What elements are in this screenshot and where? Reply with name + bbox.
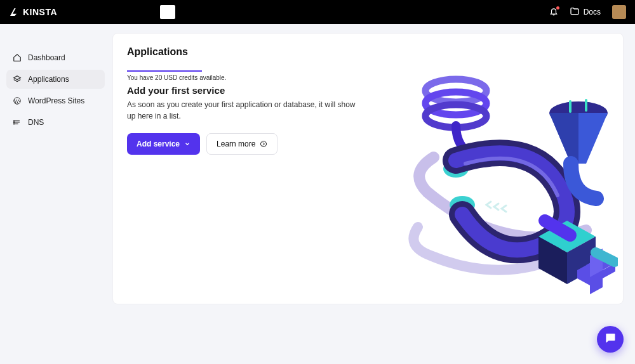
sidebar: Dashboard Applications WordPress Sites	[0, 24, 111, 364]
empty-state-illustration	[396, 68, 618, 297]
sidebar-item-applications[interactable]: Applications	[6, 70, 105, 89]
svg-point-3	[13, 124, 14, 124]
layers-icon	[13, 75, 22, 84]
docs-link[interactable]: Docs	[570, 6, 601, 18]
empty-state-description: As soon as you create your first applica…	[127, 99, 356, 122]
topbar-right: Docs	[549, 5, 626, 19]
chevron-down-icon	[184, 141, 190, 147]
topbar: KINSTA Docs	[0, 0, 635, 24]
sidebar-item-dns[interactable]: DNS	[6, 113, 105, 132]
chat-launcher[interactable]	[597, 326, 624, 353]
wordpress-icon	[13, 96, 22, 105]
folder-icon	[570, 6, 580, 18]
applications-card: Applications You have 20 USD credits ava…	[112, 33, 624, 304]
sidebar-item-label: Dashboard	[28, 53, 65, 62]
avatar[interactable]	[612, 5, 626, 19]
dns-icon	[13, 118, 22, 127]
main: Applications You have 20 USD credits ava…	[111, 24, 635, 364]
sidebar-item-dashboard[interactable]: Dashboard	[6, 48, 105, 67]
sidebar-item-label: WordPress Sites	[28, 96, 84, 105]
learn-more-label: Learn more	[217, 140, 255, 148]
learn-more-button[interactable]: Learn more	[206, 133, 277, 155]
add-service-button[interactable]: Add service	[127, 133, 200, 155]
home-icon	[13, 53, 22, 62]
page-title: Applications	[127, 46, 609, 58]
svg-point-4	[261, 141, 267, 147]
brand[interactable]: KINSTA	[9, 7, 57, 17]
accent-bar	[127, 70, 202, 72]
add-service-label: Add service	[137, 140, 180, 148]
topbar-selector[interactable]	[160, 5, 175, 19]
notification-dot	[556, 6, 559, 10]
sidebar-item-label: DNS	[28, 118, 44, 127]
notifications-button[interactable]	[549, 7, 558, 18]
svg-point-2	[13, 122, 14, 122]
external-link-icon	[260, 140, 267, 148]
docs-label: Docs	[584, 8, 601, 16]
sidebar-item-label: Applications	[28, 75, 69, 84]
brand-logo-icon	[9, 7, 19, 17]
sidebar-item-wordpress-sites[interactable]: WordPress Sites	[6, 91, 105, 110]
svg-point-1	[13, 120, 14, 121]
chat-icon	[604, 332, 617, 347]
brand-name: KINSTA	[23, 7, 57, 17]
